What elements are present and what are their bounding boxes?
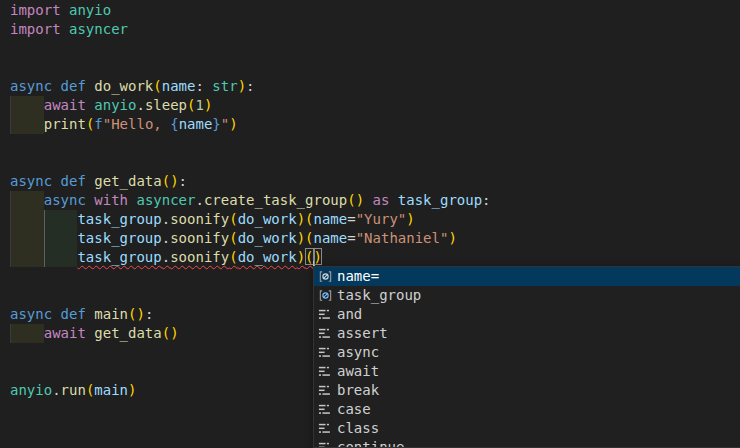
code-token: ( [162, 173, 170, 189]
suggest-item-assert[interactable]: assert [314, 324, 740, 343]
code-token: } [212, 116, 220, 132]
keyword-icon [317, 402, 333, 418]
code-token: : [195, 78, 212, 94]
code-token [364, 192, 372, 208]
code-token [10, 116, 44, 132]
code-token: as [373, 192, 398, 208]
code-token: ) [356, 192, 364, 208]
code-line[interactable]: await anyio.sleep(1) [0, 96, 740, 115]
code-token: . [162, 249, 170, 265]
code-token: task_group [77, 249, 161, 265]
code-line[interactable] [0, 153, 740, 172]
suggest-item-case[interactable]: case [314, 400, 740, 419]
code-token [10, 249, 77, 265]
code-token: asyncer [69, 21, 128, 37]
code-token: def [61, 78, 95, 94]
code-token: soonify [170, 230, 229, 246]
code-token: do_work [238, 230, 297, 246]
suggest-item-and[interactable]: and [314, 305, 740, 324]
code-line[interactable]: async def get_data(): [0, 172, 740, 191]
code-token: def [61, 173, 95, 189]
code-token: name [314, 211, 348, 227]
code-line[interactable]: task_group.soonify(do_work)() [0, 248, 740, 267]
suggest-item-label: and [337, 305, 362, 324]
code-token [10, 192, 44, 208]
code-token: = [347, 230, 355, 246]
code-token: async [10, 306, 61, 322]
code-line[interactable] [0, 39, 740, 58]
code-token: "Yury" [356, 211, 407, 227]
suggest-item-label: continue [337, 438, 404, 448]
code-line[interactable]: task_group.soonify(do_work)(name="Nathan… [0, 229, 740, 248]
suggest-item-label: async [337, 343, 379, 362]
code-token: . [162, 230, 170, 246]
code-token: name [162, 78, 196, 94]
code-token: 1 [195, 97, 203, 113]
code-token: name [314, 230, 348, 246]
code-token: ) [406, 211, 414, 227]
code-token: ( [305, 230, 313, 246]
code-token: main [94, 382, 128, 398]
code-token: task_group [77, 230, 161, 246]
code-token: def [61, 306, 95, 322]
code-token: "Nathaniel" [356, 230, 449, 246]
code-token: ( [153, 78, 161, 94]
code-token: main [94, 306, 128, 322]
code-token: : [246, 78, 254, 94]
code-line[interactable]: async with asyncer.create_task_group() a… [0, 191, 740, 210]
code-token: ) [297, 249, 305, 265]
code-token: anyio [94, 97, 136, 113]
code-token: run [61, 382, 86, 398]
code-token: anyio [69, 2, 111, 18]
suggest-item-label: await [337, 362, 379, 381]
code-token: ) [204, 97, 212, 113]
suggest-item-break[interactable]: break [314, 381, 740, 400]
code-token: sleep [145, 97, 187, 113]
code-token: " [221, 116, 229, 132]
code-line[interactable]: import asyncer [0, 20, 740, 39]
code-token: . [136, 97, 144, 113]
suggest-item-continue[interactable]: continue [314, 438, 740, 448]
code-line[interactable] [0, 134, 740, 153]
code-token: ) [297, 230, 305, 246]
code-token [10, 211, 77, 227]
keyword-icon [317, 440, 333, 448]
code-token: ( [162, 325, 170, 341]
code-token: async [44, 192, 95, 208]
code-token: ) [170, 173, 178, 189]
code-line[interactable]: task_group.soonify(do_work)(name="Yury") [0, 210, 740, 229]
code-token: : [145, 306, 153, 322]
keyword-icon [317, 326, 333, 342]
suggest-item-class[interactable]: class [314, 419, 740, 438]
suggest-item-async[interactable]: async [314, 343, 740, 362]
code-token: import [10, 2, 69, 18]
code-line[interactable]: async def do_work(name: str): [0, 77, 740, 96]
code-token [10, 97, 44, 113]
code-token: import [10, 21, 69, 37]
suggest-item-task_group[interactable]: task_group [314, 286, 740, 305]
code-token: ( [229, 230, 237, 246]
code-token: f [94, 116, 102, 132]
code-token: ) [238, 78, 246, 94]
code-line[interactable] [0, 58, 740, 77]
code-token: . [162, 211, 170, 227]
code-line[interactable]: import anyio [0, 1, 740, 20]
code-line[interactable]: print(f"Hello, {name}") [0, 115, 740, 134]
code-token: async [10, 78, 61, 94]
code-token: ) [128, 382, 136, 398]
code-token: print [44, 116, 86, 132]
code-editor[interactable]: import anyioimport asyncerasync def do_w… [0, 0, 740, 448]
suggest-item-name[interactable]: name= [314, 267, 740, 286]
code-token: ( [305, 211, 313, 227]
code-token: await [44, 97, 95, 113]
suggest-item-label: assert [337, 324, 388, 343]
code-token: ( [229, 249, 237, 265]
code-token: task_group [398, 192, 482, 208]
keyword-icon [317, 383, 333, 399]
code-token: create_task_group [204, 192, 347, 208]
suggest-item-label: name= [337, 267, 379, 286]
code-token: await [44, 325, 95, 341]
suggest-item-await[interactable]: await [314, 362, 740, 381]
code-token: . [52, 382, 60, 398]
variable-icon [317, 269, 333, 285]
